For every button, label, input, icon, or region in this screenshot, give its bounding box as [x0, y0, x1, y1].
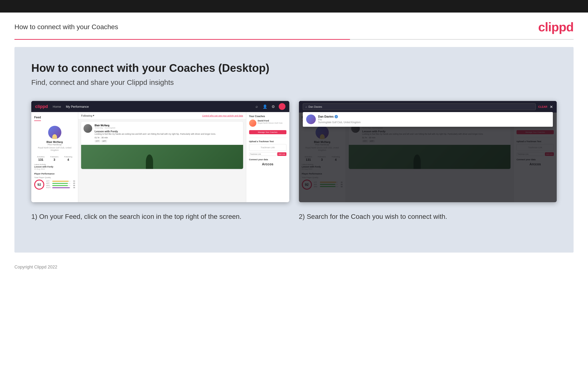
screenshot-frame-2: clippd Home My Performance ⌕ 👤 ⚙ Feed	[299, 101, 557, 202]
following-btn-1[interactable]: Following ▾	[81, 114, 94, 117]
left-panel-1: Feed Blair McHarg Plus Handicap Royal No…	[31, 112, 78, 202]
search-bar-overlay: ⌕ Dan Davies CLEAR ✕	[299, 101, 557, 112]
settings-icon-nav: ⚙	[271, 104, 276, 109]
lesson-card-1: Blair McHarg Yesterday · Sunningdale Les…	[81, 122, 243, 169]
clear-button[interactable]: CLEAR	[538, 105, 547, 108]
latest-activity-date: 03 Aug 2022	[34, 168, 75, 170]
profile-avatar-1	[48, 126, 61, 139]
nav-home-1: Home	[53, 105, 61, 109]
latest-activity-1: Latest Activity Lesson with Fordy 03 Aug…	[34, 163, 75, 170]
nav-my-performance-1: My Performance	[66, 105, 89, 109]
stats-row-1: Activities 131 Followers 3 Following 4	[34, 156, 75, 161]
arccos-logo-1: Arccos	[249, 162, 286, 166]
main-content: How to connect with your Coaches (Deskto…	[14, 47, 574, 253]
coach-entry-name-1: David Ford	[258, 120, 282, 122]
screenshot-col-1: clippd Home My Performance ⌕ 👤 ⚙ Feed	[31, 101, 289, 221]
upload-section-1: Upload a Trackman Test Trackman Link Add…	[249, 138, 286, 156]
main-title: How to connect with your Coaches (Deskto…	[31, 61, 557, 74]
profile-club-1: Royal North Devon Golf Club, United King…	[34, 147, 75, 151]
trackman-input-row: Add Link	[249, 152, 286, 156]
metric-ott: OTT 90	[46, 180, 75, 182]
caption-1: 1) On your Feed, click on the search ico…	[31, 212, 289, 221]
coach-date-1: Yesterday · Sunningdale	[95, 127, 241, 129]
metric-arg-label: ARG	[46, 184, 52, 186]
center-feed-1: Following ▾ Control who can see your act…	[78, 112, 246, 202]
app-nav-logo-1: clippd	[35, 104, 48, 109]
clippd-logo: clippd	[538, 20, 574, 34]
metric-putt-label: PUTT	[46, 187, 52, 188]
manage-coaches-btn-1[interactable]: Manage Your Coaches	[249, 130, 286, 134]
feed-tab-1[interactable]: Feed	[34, 116, 41, 121]
player-performance-1: Player Performance Total Player Quality …	[34, 173, 75, 190]
search-results-dropdown: Dan Davies ✓ Pro Sunningdale Golf Club, …	[303, 112, 553, 127]
metric-app: APP 85	[46, 183, 75, 184]
result-role-dan-davies: Pro	[318, 118, 361, 121]
lesson-title-1: Lesson with Fordy	[95, 130, 241, 133]
search-result-dan-davies[interactable]: Dan Davies ✓ Pro Sunningdale Golf Club, …	[303, 112, 553, 127]
control-link-1[interactable]: Control who can see your activity and da…	[202, 114, 243, 117]
profile-card-1: Blair McHarg Plus Handicap Royal North D…	[34, 123, 75, 154]
metric-ott-label: OTT	[46, 180, 52, 182]
metric-app-label: APP	[46, 183, 52, 184]
app-nav-1: clippd Home My Performance ⌕ 👤 ⚙	[31, 101, 289, 112]
screenshot-col-2: clippd Home My Performance ⌕ 👤 ⚙ Feed	[299, 101, 557, 221]
search-input-box[interactable]: ⌕ Dan Davies	[303, 103, 536, 110]
score-value-1: 92	[34, 180, 44, 190]
page-title: How to connect with your Coaches	[14, 23, 118, 31]
stat-followers-value: 3	[50, 158, 59, 161]
nav-avatar-1	[279, 103, 285, 110]
stat-followers-label: Followers	[50, 156, 59, 158]
profile-name-1: Blair McHarg	[34, 140, 75, 143]
metric-arg-val: 86	[71, 184, 75, 186]
latest-activity-name: Lesson with Fordy	[34, 166, 75, 168]
metric-arg-bar-bg	[52, 185, 70, 186]
main-subtitle: Find, connect and share your Clippd insi…	[31, 78, 557, 86]
result-name-dan-davies: Dan Davies ✓	[318, 115, 361, 118]
stat-following: Following 4	[64, 156, 72, 161]
metric-app-bar	[52, 183, 68, 184]
metric-app-bar-bg	[52, 183, 70, 184]
upload-title-1: Upload a Trackman Test	[249, 140, 286, 143]
footer: Copyright Clippd 2022	[0, 260, 588, 275]
trackman-box-1: Trackman Link	[249, 144, 286, 151]
metric-putt-bar	[52, 187, 70, 188]
search-icon-nav[interactable]: ⌕	[254, 104, 259, 109]
coach-avatar-sm-1	[84, 124, 92, 133]
coach-name-1: Blair McHarg	[95, 124, 241, 127]
stat-following-value: 4	[64, 158, 72, 161]
performance-title-1: Player Performance	[34, 173, 75, 175]
coach-avatar-r-1	[249, 120, 256, 127]
add-link-btn-1[interactable]: Add Link	[277, 152, 286, 156]
lesson-desc-1: Looking to feel like my hands are exitin…	[95, 133, 241, 135]
lesson-image-1	[81, 145, 243, 169]
metrics-1: OTT 90 APP	[46, 180, 75, 189]
metric-ott-bar-bg	[52, 181, 70, 182]
coach-entry-info-1: David Ford Royal North Devon Golf Club	[258, 120, 282, 124]
total-player-quality-label: Total Player Quality	[34, 176, 75, 179]
result-club-dan-davies: Sunningdale Golf Club, United Kingdom	[318, 121, 361, 124]
stat-activities-label: Activities	[37, 156, 45, 158]
lesson-tags-1: OTT APP	[95, 140, 241, 142]
trackman-input-1[interactable]	[249, 152, 277, 156]
app-body-1: Feed Blair McHarg Plus Handicap Royal No…	[31, 112, 289, 202]
screenshots-row: clippd Home My Performance ⌕ 👤 ⚙ Feed	[31, 101, 557, 221]
tag-ott: OTT	[95, 140, 100, 142]
search-text-display: Dan Davies	[308, 105, 322, 108]
stat-followers: Followers 3	[50, 156, 59, 161]
coach-entry-club-1: Royal North Devon Golf Club	[258, 122, 282, 124]
stat-activities: Activities 131	[37, 156, 45, 161]
connect-title-1: Connect your data	[249, 158, 286, 161]
close-search-button[interactable]: ✕	[550, 105, 553, 109]
chevron-down-icon: ▾	[93, 114, 94, 117]
following-bar-1: Following ▾ Control who can see your act…	[78, 112, 246, 119]
metric-arg-bar	[52, 185, 68, 186]
profile-hcp-1: Plus Handicap	[34, 143, 75, 146]
coach-entry-1: David Ford Royal North Devon Golf Club	[249, 120, 286, 127]
metric-putt-val: 96	[71, 187, 75, 188]
metric-ott-bar	[52, 181, 69, 182]
search-icon-overlay: ⌕	[306, 105, 307, 109]
verified-badge: ✓	[334, 115, 338, 118]
user-icon-nav: 👤	[262, 104, 268, 109]
result-avatar-dan-davies	[306, 114, 316, 124]
metric-ott-val: 90	[71, 180, 75, 182]
